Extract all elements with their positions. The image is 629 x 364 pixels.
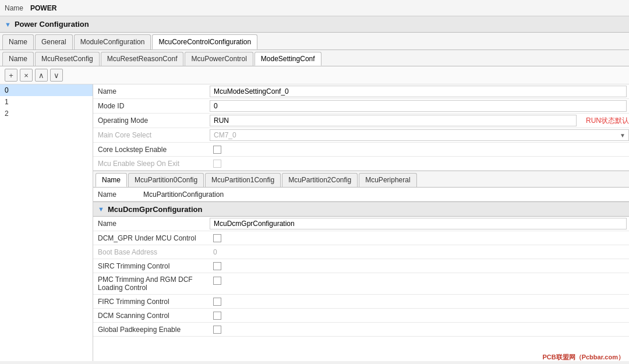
field-input-name[interactable]: [210, 86, 627, 97]
tab-module-config[interactable]: ModuleConfiguration: [74, 34, 151, 50]
gpr-field-label-firc: FIRC Trimming Control: [93, 295, 210, 308]
sub-tab-name[interactable]: Name: [96, 173, 127, 187]
field-label-main-core: Main Core Select: [93, 129, 210, 142]
dropdown-arrow-icon: ▼: [620, 132, 626, 139]
gpr-checkbox-dcm[interactable]: [213, 234, 221, 242]
sub-field-label-name: Name: [93, 188, 140, 201]
chevron-icon: ▼: [5, 21, 11, 28]
gpr-section-title: McuDcmGprConfiguration: [108, 205, 203, 214]
tab-name[interactable]: Name: [2, 34, 34, 50]
inner-tab-name[interactable]: Name: [2, 52, 34, 66]
gpr-checkbox-sirc[interactable]: [213, 262, 221, 270]
sub-tab-partition1[interactable]: McuPartition1Config: [205, 173, 281, 187]
field-checkbox-mcu-sleep: [213, 160, 221, 168]
gpr-field-label-sirc: SIRC Trimming Control: [93, 260, 210, 273]
gpr-field-value-boot: 0: [210, 246, 629, 258]
gpr-field-row-pmc: PMC Trimming And RGM DCF Loading Control: [93, 273, 629, 295]
name-value: POWER: [30, 4, 56, 12]
gpr-field-input-name[interactable]: [210, 218, 627, 229]
inner-tab-reset-reason[interactable]: McuResetReasonConf: [101, 52, 184, 66]
up-button[interactable]: ∧: [35, 69, 48, 82]
tab-general[interactable]: General: [35, 34, 73, 50]
tab-mcu-core-control[interactable]: McuCoreControlConfiguration: [152, 34, 257, 50]
sub-tab-section: Name McuPartition0Config McuPartition1Co…: [93, 171, 629, 202]
inner-tab-mode-setting[interactable]: ModeSettingConf: [255, 52, 321, 66]
section-header: ▼ Power Configuration: [0, 16, 629, 33]
sub-tab-partition0[interactable]: McuPartition0Config: [128, 173, 204, 187]
detail-scroll: Name Mode ID Operating Mode RUN状态默认 Main…: [93, 84, 629, 361]
gpr-field-label-pmc: PMC Trimming And RGM DCF Loading Control: [93, 275, 210, 294]
detail-panel: Name Mode ID Operating Mode RUN状态默认 Main…: [93, 84, 629, 361]
field-input-operating-mode[interactable]: [210, 115, 577, 126]
field-checkbox-core-lockstep[interactable]: [213, 146, 221, 154]
inner-tab-power-control[interactable]: McuPowerControl: [185, 52, 253, 66]
field-label-name: Name: [93, 85, 210, 98]
field-dropdown-main-core[interactable]: ▼: [210, 128, 629, 142]
gpr-field-label-name: Name: [93, 217, 210, 230]
field-input-mode-id[interactable]: [210, 100, 627, 112]
add-button[interactable]: +: [5, 69, 17, 82]
gpr-field-label-dcm: DCM_GPR Under MCU Control: [93, 232, 210, 245]
gpr-field-row-sirc: SIRC Trimming Control: [93, 259, 629, 273]
field-label-mode-id: Mode ID: [93, 100, 210, 112]
field-row-mcu-sleep: Mcu Enable Sleep On Exit: [93, 157, 629, 171]
gpr-field-row-dcm-scan: DCM Scanning Control: [93, 309, 629, 323]
gpr-chevron-icon: ▼: [98, 206, 104, 213]
gpr-field-row-boot: Boot Base Address 0: [93, 245, 629, 259]
field-label-operating-mode: Operating Mode: [93, 114, 210, 127]
gpr-fields: Name DCM_GPR Under MCU Control Boot Base…: [93, 217, 629, 337]
gpr-field-label-padkeeping: Global Padkeeping Enable: [93, 323, 210, 336]
field-label-mcu-sleep: Mcu Enable Sleep On Exit: [93, 157, 210, 170]
sub-tab-partition2[interactable]: McuPartition2Config: [282, 173, 358, 187]
sub-tab-bar: Name McuPartition0Config McuPartition1Co…: [93, 171, 629, 188]
gpr-field-row-padkeeping: Global Padkeeping Enable: [93, 323, 629, 337]
gpr-field-row-dcm: DCM_GPR Under MCU Control: [93, 231, 629, 245]
field-row-mode-id: Mode ID: [93, 99, 629, 114]
sub-field-value-name: McuPartitionConfiguration: [140, 189, 629, 200]
field-row-name: Name: [93, 84, 629, 99]
gpr-field-row-name: Name: [93, 217, 629, 231]
section-title: Power Configuration: [15, 20, 89, 29]
top-bar: Name POWER: [0, 0, 629, 16]
list-panel: 0 1 2: [0, 84, 93, 361]
main-content: 0 1 2 Name Mode ID Operating Mode RUN状态默…: [0, 84, 629, 361]
gpr-checkbox-firc[interactable]: [213, 298, 221, 306]
gpr-checkbox-pmc[interactable]: [213, 277, 221, 285]
operating-mode-annotation: RUN状态默认: [586, 116, 629, 126]
inner-tab-reset-config[interactable]: McuResetConfig: [35, 52, 100, 66]
sub-field-row-name: Name McuPartitionConfiguration: [93, 188, 629, 202]
outer-tab-bar: Name General ModuleConfiguration McuCore…: [0, 33, 629, 50]
watermark: PCB联盟网（Pcbbar.com）: [542, 353, 624, 362]
remove-button[interactable]: ×: [20, 69, 33, 82]
toolbar: + × ∧ ∨: [0, 66, 629, 84]
gpr-checkbox-padkeeping[interactable]: [213, 326, 221, 334]
name-label: Name: [5, 4, 23, 12]
field-label-core-lockstep: Core Lockstep Enable: [93, 143, 210, 156]
field-row-operating-mode: Operating Mode RUN状态默认: [93, 114, 629, 128]
gpr-section-header: ▼ McuDcmGprConfiguration: [93, 202, 629, 217]
field-row-main-core: Main Core Select ▼: [93, 128, 629, 143]
gpr-field-label-boot: Boot Base Address: [93, 246, 210, 259]
field-row-core-lockstep: Core Lockstep Enable: [93, 143, 629, 157]
gpr-checkbox-dcm-scan[interactable]: [213, 312, 221, 320]
sub-tab-peripheral[interactable]: McuPeripheral: [359, 173, 416, 187]
gpr-field-label-dcm-scan: DCM Scanning Control: [93, 309, 210, 322]
gpr-field-row-firc: FIRC Trimming Control: [93, 295, 629, 309]
field-input-main-core: [210, 129, 629, 141]
inner-tab-bar: Name McuResetConfig McuResetReasonConf M…: [0, 50, 629, 66]
list-item-0[interactable]: 0: [0, 84, 93, 96]
down-button[interactable]: ∨: [50, 69, 63, 82]
list-item-1[interactable]: 1: [0, 96, 93, 108]
list-item-2[interactable]: 2: [0, 108, 93, 119]
